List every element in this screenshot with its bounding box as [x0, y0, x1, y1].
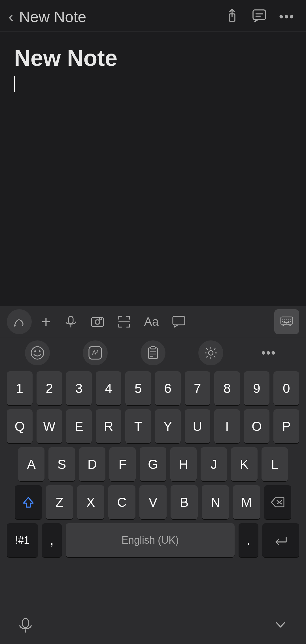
key-w[interactable]: W	[37, 409, 62, 443]
asdf-row: A S D F G H J K L	[4, 447, 302, 481]
key-h[interactable]: H	[170, 447, 197, 481]
settings-button[interactable]	[198, 340, 223, 365]
key-2[interactable]: 2	[37, 371, 62, 405]
shift-key[interactable]	[15, 485, 42, 519]
key-e[interactable]: E	[66, 409, 92, 443]
svg-rect-29	[151, 347, 155, 349]
key-t[interactable]: T	[125, 409, 151, 443]
key-k[interactable]: K	[231, 447, 257, 481]
key-b[interactable]: B	[171, 485, 198, 519]
space-key[interactable]: English (UK)	[66, 523, 235, 557]
key-5[interactable]: 5	[125, 371, 151, 405]
period-key[interactable]: .	[239, 523, 258, 557]
svg-point-25	[39, 350, 41, 352]
nav-right: •••	[225, 8, 295, 25]
emoji-button[interactable]	[25, 340, 50, 365]
note-content-area[interactable]: New Note	[0, 31, 306, 275]
svg-rect-5	[69, 316, 73, 324]
key-p[interactable]: P	[273, 409, 299, 443]
format-toolbar-icon[interactable]: Aa	[140, 315, 163, 329]
svg-rect-9	[99, 318, 102, 320]
comma-key[interactable]: ,	[42, 523, 62, 557]
bottom-row: !#1 , English (UK) .	[4, 523, 302, 557]
comment-icon[interactable]	[252, 8, 267, 25]
svg-point-33	[209, 351, 213, 355]
svg-point-23	[31, 347, 44, 359]
keyboard-toolbar-button[interactable]	[274, 309, 299, 334]
key-1[interactable]: 1	[7, 371, 33, 405]
photo-toolbar-icon[interactable]	[87, 315, 108, 328]
back-button[interactable]: ‹	[8, 9, 13, 24]
key-3[interactable]: 3	[66, 371, 92, 405]
svg-point-4	[14, 325, 16, 327]
key-l[interactable]: L	[262, 447, 288, 481]
key-f[interactable]: F	[109, 447, 136, 481]
more-options-icon[interactable]: •••	[279, 10, 295, 23]
number-row: 1 2 3 4 5 6 7 8 9 0	[4, 371, 302, 405]
key-o[interactable]: O	[244, 409, 270, 443]
keyboard-section: + Aa	[0, 306, 306, 644]
key-a[interactable]: A	[18, 447, 44, 481]
key-s[interactable]: S	[48, 447, 75, 481]
note-title: New Note	[14, 46, 292, 71]
nav-title: New Note	[19, 8, 86, 26]
key-y[interactable]: Y	[155, 409, 181, 443]
key-r[interactable]: R	[96, 409, 122, 443]
key-c[interactable]: C	[108, 485, 135, 519]
key-7[interactable]: 7	[185, 371, 211, 405]
comment-toolbar-icon[interactable]	[168, 315, 189, 328]
key-9[interactable]: 9	[244, 371, 270, 405]
add-button[interactable]: +	[37, 312, 55, 331]
svg-rect-28	[148, 348, 158, 359]
key-i[interactable]: I	[214, 409, 240, 443]
share-icon[interactable]	[225, 8, 239, 25]
key-m[interactable]: M	[233, 485, 260, 519]
scan-toolbar-icon[interactable]	[114, 315, 135, 328]
symbol-key[interactable]: !#1	[7, 523, 38, 557]
svg-rect-11	[173, 316, 185, 325]
key-u[interactable]: U	[185, 409, 211, 443]
svg-rect-12	[281, 317, 293, 324]
return-key[interactable]	[262, 523, 299, 557]
translate-button[interactable]: A²	[83, 340, 108, 365]
nav-left: ‹ New Note	[8, 8, 86, 26]
text-cursor	[14, 76, 15, 92]
key-n[interactable]: N	[202, 485, 229, 519]
dismiss-keyboard-icon[interactable]	[272, 617, 289, 637]
svg-text:A²: A²	[92, 349, 98, 356]
svg-rect-1	[253, 10, 265, 20]
key-z[interactable]: Z	[46, 485, 73, 519]
key-4[interactable]: 4	[96, 371, 122, 405]
svg-point-8	[95, 320, 100, 324]
clipboard-button[interactable]	[141, 340, 165, 365]
key-g[interactable]: G	[140, 447, 166, 481]
keyboard-keys: 1 2 3 4 5 6 7 8 9 0 Q W E R T Y U I O P …	[0, 368, 306, 644]
nav-bar: ‹ New Note •••	[0, 0, 306, 31]
mic-bottom-icon[interactable]	[17, 617, 34, 637]
zxcv-row: Z X C V B N M	[4, 485, 302, 519]
key-0[interactable]: 0	[273, 371, 299, 405]
mic-toolbar-icon[interactable]	[60, 315, 81, 328]
svg-point-24	[34, 350, 36, 352]
key-x[interactable]: X	[77, 485, 104, 519]
key-q[interactable]: Q	[7, 409, 33, 443]
scribble-button[interactable]	[7, 309, 32, 334]
toolbar-row2: A² •••	[0, 337, 306, 368]
svg-rect-36	[23, 618, 28, 628]
qwerty-row: Q W E R T Y U I O P	[4, 409, 302, 443]
more-toolbar-button[interactable]: •••	[256, 340, 281, 365]
key-j[interactable]: J	[201, 447, 227, 481]
backspace-key[interactable]	[264, 485, 291, 519]
key-d[interactable]: D	[79, 447, 105, 481]
key-8[interactable]: 8	[214, 371, 240, 405]
key-6[interactable]: 6	[155, 371, 181, 405]
key-v[interactable]: V	[139, 485, 167, 519]
bottom-bar	[0, 610, 306, 644]
toolbar-row1: + Aa	[0, 306, 306, 337]
